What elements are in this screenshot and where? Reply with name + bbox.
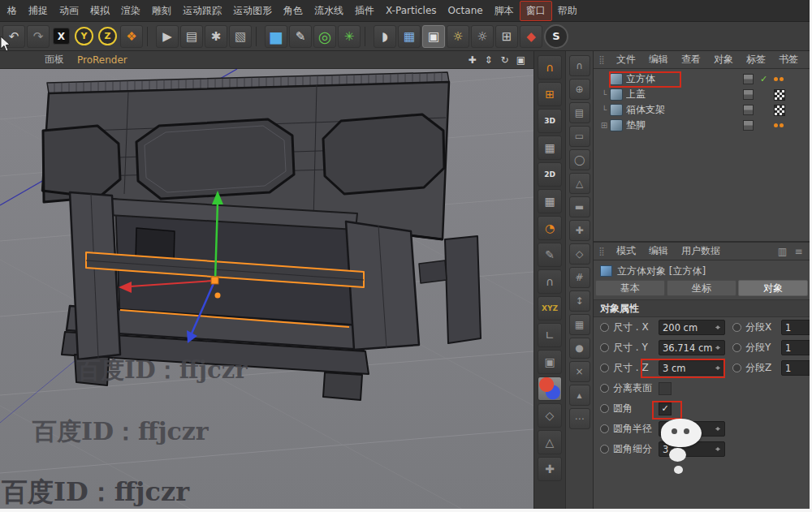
layer-squares-icon[interactable] xyxy=(743,105,754,115)
anim-dot-icon[interactable] xyxy=(600,424,609,433)
layout-icon[interactable]: ▤ xyxy=(569,102,590,123)
plane-tool-icon[interactable]: ◇ xyxy=(538,403,562,428)
am-menu-mode[interactable]: 模式 xyxy=(610,243,642,260)
menu-xparticles[interactable]: X-Particles xyxy=(380,2,443,19)
grid-snap2-icon[interactable]: ▦ xyxy=(538,189,562,213)
menu-script[interactable]: 脚本 xyxy=(489,2,520,20)
dot-tool-icon[interactable]: ● xyxy=(569,338,590,359)
tab-object[interactable]: 对象 xyxy=(738,280,808,296)
layer-squares-icon[interactable] xyxy=(743,89,754,100)
grid-snap-icon[interactable]: ▦ xyxy=(538,136,562,160)
generators-button[interactable]: ◎ xyxy=(313,25,336,48)
anim-dot-icon[interactable] xyxy=(600,445,609,454)
interactive-render-button[interactable]: ▧ xyxy=(229,25,252,48)
texture-tag-icon[interactable] xyxy=(774,105,785,116)
object-row-cube[interactable]: 立方体 ✓ xyxy=(594,71,810,87)
tab-basic[interactable]: 基本 xyxy=(595,280,665,296)
tab-coordinates[interactable]: 坐标 xyxy=(667,280,736,296)
segments-y-input[interactable]: 1 xyxy=(781,340,810,355)
separator[interactable] xyxy=(365,27,369,46)
pen-tool-icon[interactable]: ✎ xyxy=(538,243,562,267)
om-menu-bookmarks[interactable]: 书签 xyxy=(772,51,805,68)
quantize-icon[interactable]: ▣ xyxy=(538,350,562,374)
null-object-button[interactable]: ◗ xyxy=(374,25,396,48)
undo-icon[interactable]: ↶ xyxy=(2,25,25,48)
redo-icon[interactable]: ↷ xyxy=(27,25,50,48)
menu-snap[interactable]: 捕捉 xyxy=(23,2,54,20)
axis-y-lock-button[interactable]: Y xyxy=(75,27,93,45)
snap-modes-icon[interactable]: ⊞ xyxy=(538,82,562,106)
anim-dot-icon[interactable] xyxy=(732,323,741,332)
cross-tool-icon[interactable]: × xyxy=(569,361,590,382)
phong-tag-icon[interactable] xyxy=(774,123,785,127)
display-button[interactable]: ⊞ xyxy=(495,25,518,48)
mode-2d-icon[interactable]: 2D xyxy=(538,162,562,187)
cube-object-icon[interactable] xyxy=(610,73,623,85)
octane-button[interactable]: S xyxy=(544,24,568,49)
viewport-menu-panel[interactable]: 面板 xyxy=(45,53,64,67)
anim-dot-icon[interactable] xyxy=(600,364,609,372)
viewport-3d-scene[interactable] xyxy=(0,69,533,510)
axis-x-lock-button[interactable]: X xyxy=(53,28,70,45)
cube-object-icon[interactable] xyxy=(610,119,623,131)
primitive-cube-button[interactable]: ■ xyxy=(265,25,287,48)
spinner-arrows-icon[interactable] xyxy=(715,424,721,434)
axis-z-lock-button[interactable]: Z xyxy=(98,27,117,45)
axis-ball-icon[interactable] xyxy=(538,376,562,401)
size-z-input[interactable]: 3 cm xyxy=(659,360,725,376)
light-button[interactable]: ☼ xyxy=(447,25,469,48)
fillet-subdivision-input[interactable]: 3 xyxy=(659,441,725,457)
camera-button[interactable]: ▣ xyxy=(422,25,445,48)
mode-3d-icon[interactable]: 3D xyxy=(538,109,562,133)
menu-character[interactable]: 角色 xyxy=(278,2,309,20)
coord-system-button[interactable]: ❖ xyxy=(120,25,143,48)
light2-button[interactable]: ☼ xyxy=(471,25,494,48)
axis-xyz-icon[interactable]: XYZ xyxy=(538,296,562,321)
om-menu-tags[interactable]: 标签 xyxy=(740,51,772,68)
fillet-radius-input[interactable]: 1 cm xyxy=(659,421,725,437)
rotate-view-icon[interactable]: ↻ xyxy=(499,54,510,66)
diamond-tool-icon[interactable]: ◇ xyxy=(569,243,590,265)
menu-simulate[interactable]: 模拟 xyxy=(84,2,115,20)
render-picture-viewer-button[interactable]: ▤ xyxy=(180,25,203,48)
size-y-input[interactable]: 36.714 cm xyxy=(659,340,725,355)
spinner-arrows-icon[interactable] xyxy=(715,444,721,454)
menu-sculpt[interactable]: 雕刻 xyxy=(146,2,177,20)
fillet-checkbox[interactable]: ✓ xyxy=(659,402,672,415)
layer-squares-icon[interactable] xyxy=(743,120,754,131)
om-menu-view[interactable]: 查看 xyxy=(675,51,707,68)
bar-tool-icon[interactable]: ▬ xyxy=(569,196,590,217)
mirror-tool-icon[interactable]: △ xyxy=(538,430,562,454)
more-tool-icon[interactable]: ⋯ xyxy=(569,408,590,429)
menu-pipeline[interactable]: 流水线 xyxy=(309,2,349,20)
object-row-frame[interactable]: └ 箱体支架 xyxy=(594,102,810,118)
corner-tool-icon[interactable]: ∟ xyxy=(538,323,562,347)
zoom-view-icon[interactable]: ⇕ xyxy=(483,54,494,66)
menu-mograph[interactable]: 运动图形 xyxy=(227,2,278,20)
anim-dot-icon[interactable] xyxy=(732,343,741,352)
menu-window[interactable]: 窗口 xyxy=(520,1,552,21)
separator[interactable] xyxy=(256,27,261,46)
hash-tool-icon[interactable]: # xyxy=(569,267,590,288)
auto-key-icon[interactable]: ◔ xyxy=(538,216,562,240)
render-view-button[interactable]: ▶ xyxy=(156,25,179,48)
segments-x-input[interactable]: 1 xyxy=(781,320,810,335)
array-button[interactable]: ▦ xyxy=(398,25,421,48)
menu-plugins[interactable]: 插件 xyxy=(349,2,380,20)
object-row-feet[interactable]: ⊞ 垫脚 xyxy=(594,118,810,133)
viewport[interactable]: 面板 ProRender ✚⇕↻▣ xyxy=(0,51,533,510)
menu-animation[interactable]: 动画 xyxy=(54,2,84,20)
separate-surfaces-checkbox[interactable] xyxy=(659,382,672,395)
om-menu-object[interactable]: 对象 xyxy=(707,51,740,68)
material-button[interactable]: ◆ xyxy=(520,25,542,48)
snap-enable-icon[interactable]: ∩ xyxy=(538,55,562,80)
am-menu-edit[interactable]: 编辑 xyxy=(642,243,675,260)
target-icon[interactable]: ⊕ xyxy=(569,79,590,100)
anim-dot-icon[interactable] xyxy=(600,384,609,393)
spline-pen-button[interactable]: ✎ xyxy=(289,25,312,48)
separator[interactable] xyxy=(147,27,152,46)
spinner-arrows-icon[interactable] xyxy=(715,363,721,373)
enabled-check-icon[interactable]: ✓ xyxy=(759,74,768,84)
box-tool-icon[interactable]: ▭ xyxy=(569,126,590,147)
om-menu-file[interactable]: 文件 xyxy=(610,51,642,68)
